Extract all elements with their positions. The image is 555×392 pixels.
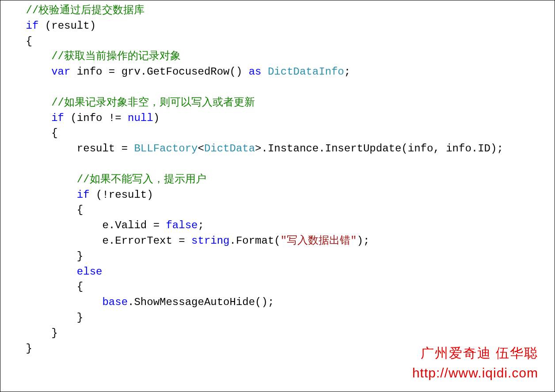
code-line: e.Valid = false; xyxy=(0,219,204,231)
comment-text: //如果记录对象非空，则可以写入或者更新 xyxy=(51,97,255,109)
code-line: //如果不能写入，提示用户 xyxy=(0,173,206,185)
code-line: { xyxy=(0,204,83,216)
code-line: { xyxy=(0,127,58,139)
type-name: DictDataInfo xyxy=(268,66,344,78)
code-line: } xyxy=(0,312,83,324)
code-line: else xyxy=(0,266,102,278)
keyword-else: else xyxy=(77,266,103,278)
type-name: BLLFactory xyxy=(134,143,198,155)
code-line: { xyxy=(0,35,32,47)
code-line: result = BLLFactory<DictData>.Instance.I… xyxy=(0,143,503,155)
keyword-if: if xyxy=(77,189,90,201)
keyword-if: if xyxy=(26,20,39,32)
keyword-if: if xyxy=(51,112,64,124)
code-line: } xyxy=(0,250,83,262)
code-frame: { "code": { "indent1": " ", "indent2": "… xyxy=(0,0,555,392)
keyword-as: as xyxy=(249,66,262,78)
type-name: DictData xyxy=(204,143,255,155)
code-line: base.ShowMessageAutoHide(); xyxy=(0,296,274,308)
code-line: } xyxy=(0,327,58,339)
watermark-author: 广州爱奇迪 伍华聪 xyxy=(412,343,538,363)
code-line: { xyxy=(0,281,83,293)
code-block: //校验通过后提交数据库 if (result) { //获取当前操作的记录对象… xyxy=(0,0,555,356)
code-line: if (info != null) xyxy=(0,112,160,124)
watermark: 广州爱奇迪 伍华聪 http://www.iqidi.com xyxy=(412,343,538,383)
watermark-url: http://www.iqidi.com xyxy=(412,363,538,383)
code-line: if (result) xyxy=(0,20,96,32)
keyword-false: false xyxy=(166,219,198,231)
keyword-string: string xyxy=(191,235,229,247)
comment-text: //获取当前操作的记录对象 xyxy=(51,50,181,62)
code-line: //校验通过后提交数据库 xyxy=(0,4,144,16)
keyword-null: null xyxy=(128,112,153,124)
code-line: if (!result) xyxy=(0,189,153,201)
code-line: //获取当前操作的记录对象 xyxy=(0,50,181,62)
string-literal: "写入数据出错" xyxy=(281,235,357,247)
code-line: //如果记录对象非空，则可以写入或者更新 xyxy=(0,97,255,109)
code-line: e.ErrorText = string.Format("写入数据出错"); xyxy=(0,235,369,247)
keyword-var: var xyxy=(51,66,70,78)
keyword-base: base xyxy=(102,296,128,308)
comment-text: //如果不能写入，提示用户 xyxy=(77,173,206,185)
code-line: var info = grv.GetFocusedRow() as DictDa… xyxy=(0,66,350,78)
comment-text: //校验通过后提交数据库 xyxy=(26,4,145,16)
code-line: } xyxy=(0,343,32,354)
